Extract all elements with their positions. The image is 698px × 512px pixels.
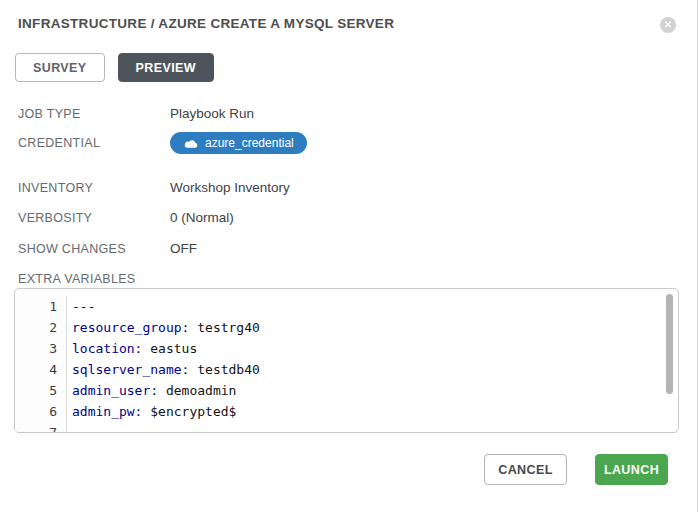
code-line: 1--- xyxy=(15,296,678,317)
credential-label: CREDENTIAL xyxy=(18,136,170,150)
show-changes-value: OFF xyxy=(170,241,197,256)
editor-content: 1---2resource_group: testrg403location: … xyxy=(15,289,678,432)
code-text: location: eastus xyxy=(67,338,197,359)
extra-variables-label: EXTRA VARIABLES xyxy=(18,272,170,286)
tab-bar: SURVEY PREVIEW xyxy=(15,53,214,82)
line-number: 3 xyxy=(15,338,67,359)
close-icon[interactable]: ✕ xyxy=(660,17,676,33)
credential-row: CREDENTIAL azure_credential xyxy=(18,132,307,154)
show-changes-label: SHOW CHANGES xyxy=(18,242,170,256)
code-text xyxy=(67,422,72,433)
job-type-row: JOB TYPE Playbook Run xyxy=(18,106,254,121)
code-line: 5admin_user: demoadmin xyxy=(15,380,678,401)
code-line: 6admin_pw: $encrypted$ xyxy=(15,401,678,422)
code-text: resource_group: testrg40 xyxy=(67,317,260,338)
cancel-button[interactable]: CANCEL xyxy=(484,454,567,485)
code-text: admin_pw: $encrypted$ xyxy=(67,401,236,422)
line-number: 4 xyxy=(15,359,67,380)
line-number: 1 xyxy=(15,296,67,317)
line-number: 5 xyxy=(15,380,67,401)
job-type-value: Playbook Run xyxy=(170,106,254,121)
code-text: sqlserver_name: testdb40 xyxy=(67,359,260,380)
page-title: INFRASTRUCTURE / AZURE CREATE A MYSQL SE… xyxy=(18,16,394,31)
credential-badge[interactable]: azure_credential xyxy=(170,132,307,154)
tab-survey[interactable]: SURVEY xyxy=(15,53,105,82)
code-line: 3location: eastus xyxy=(15,338,678,359)
code-line: 2resource_group: testrg40 xyxy=(15,317,678,338)
inventory-row: INVENTORY Workshop Inventory xyxy=(18,180,290,195)
code-text: admin_user: demoadmin xyxy=(67,380,236,401)
extra-variables-editor[interactable]: 1---2resource_group: testrg403location: … xyxy=(14,288,679,433)
tab-preview[interactable]: PREVIEW xyxy=(118,53,214,82)
code-line: 7 xyxy=(15,422,678,433)
credential-badge-label: azure_credential xyxy=(205,136,294,150)
line-number: 2 xyxy=(15,317,67,338)
line-number: 6 xyxy=(15,401,67,422)
extra-variables-row: EXTRA VARIABLES xyxy=(18,272,170,286)
verbosity-label: VERBOSITY xyxy=(18,211,170,225)
verbosity-row: VERBOSITY 0 (Normal) xyxy=(18,210,234,225)
verbosity-value: 0 (Normal) xyxy=(170,210,234,225)
line-number: 7 xyxy=(15,422,67,433)
cloud-icon xyxy=(183,138,198,149)
code-line: 4sqlserver_name: testdb40 xyxy=(15,359,678,380)
editor-vertical-scrollbar[interactable] xyxy=(666,294,673,394)
inventory-label: INVENTORY xyxy=(18,181,170,195)
job-type-label: JOB TYPE xyxy=(18,107,170,121)
inventory-value: Workshop Inventory xyxy=(170,180,290,195)
code-text: --- xyxy=(67,296,95,317)
launch-button[interactable]: LAUNCH xyxy=(595,454,668,485)
show-changes-row: SHOW CHANGES OFF xyxy=(18,241,197,256)
